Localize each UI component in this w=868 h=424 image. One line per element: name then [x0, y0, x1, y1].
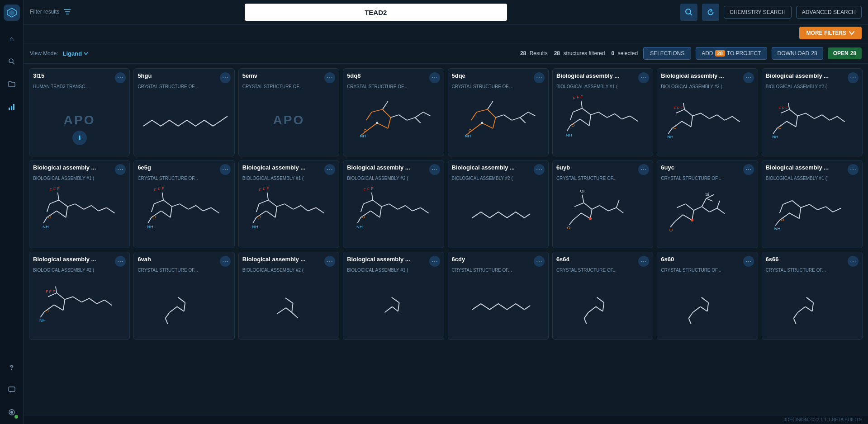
card-card-18[interactable]: 6vah ⋯ CRYSTAL STRUCTURE OF...	[133, 252, 234, 340]
sidebar-item-status[interactable]	[5, 405, 19, 419]
card-card-5[interactable]: 5dqe ⋯ CRYSTAL STRUCTURE OF... NH O	[448, 68, 549, 156]
card-menu-button[interactable]: ⋯	[848, 256, 859, 267]
chemistry-search-button[interactable]: CHEMISTRY SEARCH	[724, 6, 792, 19]
svg-line-163	[381, 204, 389, 207]
svg-point-28	[376, 122, 378, 124]
card-title: Biological assembly ...	[452, 164, 515, 171]
card-card-4[interactable]: 5dq8 ⋯ CRYSTAL STRUCTURE OF... NH O	[343, 68, 444, 156]
svg-line-105	[47, 204, 50, 212]
card-header: 5emv ⋯	[239, 69, 339, 84]
card-menu-button[interactable]: ⋯	[848, 72, 859, 83]
card-card-8[interactable]: Biological assembly ... ⋯ Biological ass…	[762, 68, 863, 156]
card-menu-button[interactable]: ⋯	[743, 72, 754, 83]
card-card-7[interactable]: Biological assembly ... ⋯ Biological ass…	[657, 68, 758, 156]
card-menu-button[interactable]: ⋯	[115, 256, 126, 267]
refresh-button[interactable]	[702, 4, 719, 21]
card-card-19[interactable]: Biological assembly ... ⋯ Biological ass…	[238, 252, 339, 340]
card-menu-button[interactable]: ⋯	[743, 164, 754, 175]
card-menu-button[interactable]: ⋯	[220, 256, 231, 267]
card-card-17[interactable]: Biological assembly ... ⋯ Biological ass…	[29, 252, 130, 340]
svg-line-161	[364, 200, 373, 204]
svg-line-195	[686, 204, 694, 210]
card-card-13[interactable]: Biological assembly ... ⋯ Biological ass…	[448, 160, 549, 248]
card-menu-button[interactable]: ⋯	[115, 164, 126, 175]
selections-button[interactable]: SELECTIONS	[643, 47, 691, 60]
card-menu-button[interactable]: ⋯	[429, 256, 440, 267]
card-card-11[interactable]: Biological assembly ... ⋯ Biological ass…	[238, 160, 339, 248]
svg-line-182	[569, 220, 573, 225]
search-input[interactable]	[249, 9, 503, 16]
svg-line-89	[797, 113, 806, 116]
svg-text:NH: NH	[566, 132, 572, 137]
card-card-1[interactable]: 3l15 ⋯ HUMAN TEAD2 TRANSC... APO⬇	[29, 68, 130, 156]
card-menu-button[interactable]: ⋯	[115, 72, 126, 83]
card-menu-button[interactable]: ⋯	[743, 256, 754, 267]
card-card-14[interactable]: 6uyb ⋯ CRYSTAL STRUCTURE OF... O OH	[552, 160, 653, 248]
svg-line-236	[178, 297, 185, 303]
card-menu-button[interactable]: ⋯	[534, 256, 545, 267]
advanced-search-button[interactable]: ADVANCED SEARCH	[796, 6, 862, 19]
svg-line-256	[701, 306, 707, 311]
card-card-22[interactable]: 6s64 ⋯ CRYSTAL STRUCTURE OF...	[552, 252, 653, 340]
card-header: 5hgu ⋯	[134, 69, 234, 84]
card-card-9[interactable]: Biological assembly ... ⋯ Biological ass…	[29, 160, 130, 248]
svg-line-253	[584, 312, 588, 318]
filter-results-label: Filter results	[30, 9, 59, 16]
svg-line-23	[399, 115, 407, 120]
filter-icon[interactable]	[64, 9, 71, 16]
sidebar-item-home[interactable]: ⌂	[5, 32, 19, 46]
card-card-2[interactable]: 5hgu ⋯ CRYSTAL STRUCTURE OF...	[133, 68, 234, 156]
card-subtitle: CRYSTAL STRUCTURE OF...	[657, 268, 757, 274]
card-menu-button[interactable]: ⋯	[324, 72, 335, 83]
sidebar-item-analytics[interactable]	[5, 99, 19, 114]
svg-line-35	[487, 109, 495, 118]
card-menu-button[interactable]: ⋯	[638, 256, 649, 267]
card-card-20[interactable]: Biological assembly ... ⋯ Biological ass…	[343, 252, 444, 340]
svg-line-245	[392, 306, 398, 311]
card-menu-button[interactable]: ⋯	[848, 164, 859, 175]
card-body	[134, 91, 234, 150]
card-card-21[interactable]: 6cdy ⋯ CRYSTAL STRUCTURE OF...	[448, 252, 549, 340]
card-menu-button[interactable]: ⋯	[534, 72, 545, 83]
card-card-23[interactable]: 6s60 ⋯ CRYSTAL STRUCTURE OF...	[657, 252, 758, 340]
svg-text:F: F	[577, 95, 579, 99]
card-menu-button[interactable]: ⋯	[638, 72, 649, 83]
sidebar-item-help[interactable]: ?	[5, 360, 19, 374]
more-filters-button[interactable]: MORE FILTERS	[799, 27, 862, 39]
card-card-15[interactable]: 6uyc ⋯ CRYSTAL STRUCTURE OF... O Si	[657, 160, 758, 248]
svg-text:F F F: F F F	[674, 106, 683, 110]
card-title: Biological assembly ...	[347, 256, 410, 263]
card-menu-button[interactable]: ⋯	[324, 164, 335, 175]
card-card-16[interactable]: Biological assembly ... ⋯ Biological ass…	[762, 160, 863, 248]
card-menu-button[interactable]: ⋯	[429, 72, 440, 83]
sidebar-item-chat[interactable]	[5, 382, 19, 397]
card-menu-button[interactable]: ⋯	[220, 72, 231, 83]
view-mode-select[interactable]: Ligand	[62, 50, 88, 57]
download-button[interactable]: DOWNLOAD 28	[772, 47, 823, 60]
card-menu-button[interactable]: ⋯	[534, 164, 545, 175]
card-menu-button[interactable]: ⋯	[220, 164, 231, 175]
card-menu-button[interactable]: ⋯	[638, 164, 649, 175]
card-card-6[interactable]: Biological assembly ... ⋯ Biological ass…	[552, 68, 653, 156]
svg-line-101	[57, 211, 66, 217]
svg-line-141	[268, 200, 277, 207]
card-subtitle: Biological assembly #1 (	[29, 176, 129, 183]
svg-line-107	[75, 204, 84, 209]
sidebar-item-folder[interactable]	[5, 77, 19, 91]
add-to-project-button[interactable]: ADD 28 TO PROJECT	[696, 47, 767, 60]
card-card-12[interactable]: Biological assembly ... ⋯ Biological ass…	[343, 160, 444, 248]
card-card-24[interactable]: 6s66 ⋯ CRYSTAL STRUCTURE OF...	[762, 252, 863, 340]
card-card-3[interactable]: 5emv ⋯ CRYSTAL STRUCTURE OF... APO	[238, 68, 339, 156]
card-menu-button[interactable]: ⋯	[324, 256, 335, 267]
svg-line-240	[286, 308, 292, 312]
svg-line-144	[277, 204, 285, 207]
search-button[interactable]	[680, 4, 697, 21]
svg-line-169	[358, 217, 361, 223]
card-body: NH O F F F	[762, 91, 862, 150]
svg-line-168	[421, 207, 429, 213]
open-button[interactable]: OPEN 28	[828, 47, 862, 59]
sidebar-item-search[interactable]	[5, 54, 19, 69]
download-circle[interactable]: ⬇	[72, 131, 87, 145]
card-menu-button[interactable]: ⋯	[429, 164, 440, 175]
card-card-10[interactable]: 6e5g ⋯ CRYSTAL STRUCTURE OF... NH O FFF	[133, 160, 234, 248]
